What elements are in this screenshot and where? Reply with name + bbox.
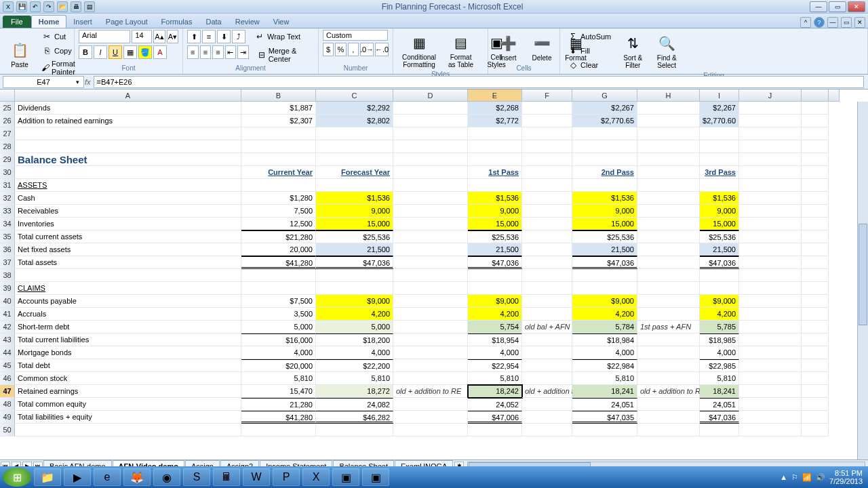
- cell[interactable]: [739, 256, 802, 269]
- cell[interactable]: [522, 398, 572, 411]
- cell[interactable]: Forecast Year: [316, 166, 393, 179]
- cell[interactable]: [468, 140, 522, 153]
- cell[interactable]: [739, 424, 802, 436]
- tab-data[interactable]: Data: [199, 16, 228, 28]
- clear-button[interactable]: ◇Clear: [564, 58, 614, 72]
- cell[interactable]: [393, 179, 468, 192]
- cell[interactable]: [637, 308, 700, 321]
- doc-close-icon[interactable]: ✕: [854, 17, 865, 28]
- row-header[interactable]: 35: [0, 230, 15, 243]
- taskbar-word[interactable]: W: [243, 468, 270, 486]
- cell[interactable]: 4,200: [316, 308, 393, 321]
- cell[interactable]: [637, 140, 700, 153]
- cell[interactable]: [739, 115, 802, 127]
- row-header[interactable]: 32: [0, 192, 15, 205]
- cell[interactable]: [739, 411, 802, 424]
- cell[interactable]: [802, 243, 829, 256]
- cell[interactable]: [637, 166, 700, 179]
- cell[interactable]: $20,000: [241, 359, 316, 372]
- cell[interactable]: 9,000: [700, 205, 739, 218]
- col-header[interactable]: F: [522, 89, 572, 102]
- cell[interactable]: 5,810: [700, 372, 739, 385]
- cell[interactable]: $2,268: [468, 102, 522, 115]
- cell[interactable]: $2,307: [241, 115, 316, 127]
- row-header[interactable]: 43: [0, 333, 15, 346]
- cell[interactable]: $18,200: [316, 333, 393, 346]
- cell[interactable]: [637, 230, 700, 243]
- inc-decimal-button[interactable]: .0→: [360, 43, 374, 56]
- cell[interactable]: [802, 256, 829, 269]
- border-button[interactable]: ▦: [123, 45, 137, 59]
- cell[interactable]: [316, 127, 393, 140]
- cell[interactable]: [316, 424, 393, 436]
- cell[interactable]: $2,770.65: [572, 115, 637, 127]
- cell[interactable]: Accruals: [15, 308, 241, 321]
- cell[interactable]: [468, 424, 522, 436]
- row-header[interactable]: 36: [0, 243, 15, 256]
- cell[interactable]: 5,810: [316, 372, 393, 385]
- cell[interactable]: Total common equity: [15, 398, 241, 411]
- excel-icon[interactable]: X: [3, 1, 14, 12]
- cell[interactable]: 9,000: [468, 205, 522, 218]
- find-select-button[interactable]: 🔍Find & Select: [651, 30, 682, 71]
- cell[interactable]: [572, 153, 637, 166]
- vertical-scrollbar[interactable]: [857, 102, 868, 460]
- cell[interactable]: [802, 385, 829, 398]
- cell[interactable]: [637, 153, 700, 166]
- cell[interactable]: 15,470: [241, 385, 316, 398]
- cell[interactable]: [241, 269, 316, 282]
- cell[interactable]: 5,784: [572, 321, 637, 333]
- tray-up-icon[interactable]: ▲: [780, 473, 787, 481]
- cell[interactable]: [700, 127, 739, 140]
- cell[interactable]: [522, 243, 572, 256]
- cell[interactable]: [522, 115, 572, 127]
- cell[interactable]: $47,036: [700, 256, 739, 269]
- help-icon[interactable]: ?: [814, 17, 825, 28]
- row-header[interactable]: 30: [0, 166, 15, 179]
- cell[interactable]: 12,500: [241, 218, 316, 230]
- cell[interactable]: [802, 192, 829, 205]
- cell[interactable]: old bal + AFN: [522, 321, 572, 333]
- select-all[interactable]: [0, 89, 15, 102]
- italic-button[interactable]: I: [94, 45, 107, 59]
- cell[interactable]: [393, 269, 468, 282]
- cell[interactable]: [522, 359, 572, 372]
- cell[interactable]: Total liabilities + equity: [15, 411, 241, 424]
- cell[interactable]: [522, 372, 572, 385]
- cell[interactable]: [522, 411, 572, 424]
- cell[interactable]: [522, 256, 572, 269]
- cell[interactable]: 21,500: [468, 243, 522, 256]
- cell[interactable]: old + addition to RE: [522, 385, 572, 398]
- row-header[interactable]: 45: [0, 359, 15, 372]
- cell[interactable]: [393, 411, 468, 424]
- cell[interactable]: [393, 140, 468, 153]
- taskbar-ie[interactable]: e: [94, 468, 121, 486]
- cell[interactable]: [522, 179, 572, 192]
- cell[interactable]: [637, 115, 700, 127]
- cell[interactable]: [637, 359, 700, 372]
- cell[interactable]: [15, 166, 241, 179]
- cell[interactable]: [739, 269, 802, 282]
- cell[interactable]: 4,000: [468, 346, 522, 359]
- cell[interactable]: [15, 269, 241, 282]
- cell[interactable]: [393, 321, 468, 333]
- cell[interactable]: Net fixed assets: [15, 243, 241, 256]
- cell[interactable]: [468, 153, 522, 166]
- cell[interactable]: 4,000: [241, 346, 316, 359]
- ribbon-min-icon[interactable]: ^: [800, 17, 811, 28]
- cell[interactable]: [802, 411, 829, 424]
- delete-cells-button[interactable]: ➖Delete: [526, 30, 557, 64]
- formula-bar[interactable]: =B47+E26: [94, 76, 864, 88]
- grow-font-button[interactable]: A▴: [153, 30, 165, 43]
- cell[interactable]: [637, 256, 700, 269]
- new-icon[interactable]: ▤: [84, 1, 95, 12]
- cell[interactable]: [393, 359, 468, 372]
- cell[interactable]: [739, 372, 802, 385]
- cell[interactable]: [802, 372, 829, 385]
- col-header[interactable]: B: [241, 89, 316, 102]
- worksheet[interactable]: ABCDEFGHIJ25Dividends$1,887$2,292$2,268$…: [0, 89, 868, 460]
- cell[interactable]: [700, 153, 739, 166]
- cell[interactable]: Total assets: [15, 256, 241, 269]
- doc-min-icon[interactable]: —: [827, 17, 838, 28]
- cell[interactable]: [15, 140, 241, 153]
